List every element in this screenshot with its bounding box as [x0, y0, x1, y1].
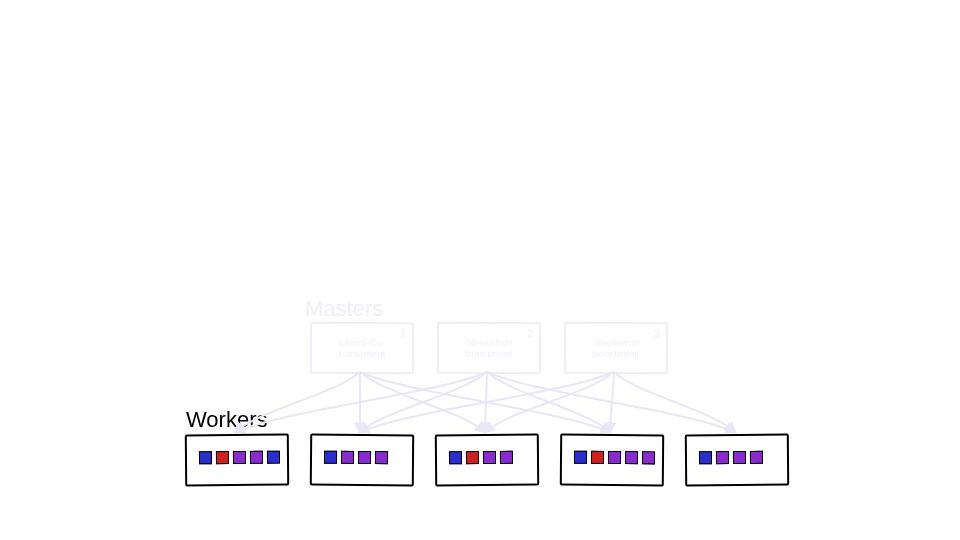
worker-cell [699, 451, 712, 464]
arrow [360, 372, 610, 432]
arrow [360, 372, 487, 432]
master-box: 3Sleeketron boostment [564, 322, 668, 375]
worker-box [560, 434, 664, 487]
arrow [235, 372, 487, 432]
worker-cell [250, 451, 263, 464]
worker-cells [324, 451, 388, 465]
diagram-stage: Masters Workers 1inherit-Co- boostment2S… [0, 0, 960, 540]
worker-cell [625, 451, 638, 464]
worker-cell [358, 451, 371, 464]
master-box: 1inherit-Co- boostment [310, 322, 414, 375]
masters-label: Masters [305, 296, 383, 322]
arrow [360, 372, 614, 432]
worker-cell [642, 451, 655, 464]
arrow [360, 372, 485, 432]
worker-cell [267, 451, 280, 464]
arrow [485, 372, 487, 432]
worker-cell [574, 451, 587, 464]
arrow [487, 372, 735, 432]
worker-box [310, 434, 414, 487]
master-box-text: Sleeketron boostment [566, 337, 666, 360]
worker-cell [500, 451, 513, 464]
worker-cells [699, 451, 763, 465]
worker-cell [733, 451, 746, 464]
master-box: 2Sleeketron boostment [437, 322, 541, 375]
worker-cell [608, 451, 621, 464]
worker-cell [466, 451, 479, 464]
worker-cells [574, 451, 655, 465]
worker-cell [716, 451, 729, 464]
worker-cells [449, 451, 513, 465]
arrow [610, 372, 614, 432]
arrow [485, 372, 614, 432]
worker-box [185, 434, 289, 487]
worker-cell [375, 451, 388, 464]
workers-label: Workers [186, 407, 268, 433]
worker-cell [324, 451, 337, 464]
worker-cells [199, 451, 280, 465]
master-box-text: Sleeketron boostment [439, 337, 539, 360]
arrow [487, 372, 610, 432]
worker-cell [750, 451, 763, 464]
worker-cell [591, 451, 604, 464]
worker-cell [199, 451, 212, 464]
worker-cell [216, 451, 229, 464]
worker-cell [233, 451, 246, 464]
worker-cell [483, 451, 496, 464]
worker-box [435, 434, 539, 487]
arrow [614, 372, 735, 432]
master-box-text: inherit-Co- boostment [312, 337, 412, 360]
worker-cell [341, 451, 354, 464]
worker-box [685, 434, 789, 487]
worker-cell [449, 451, 462, 464]
